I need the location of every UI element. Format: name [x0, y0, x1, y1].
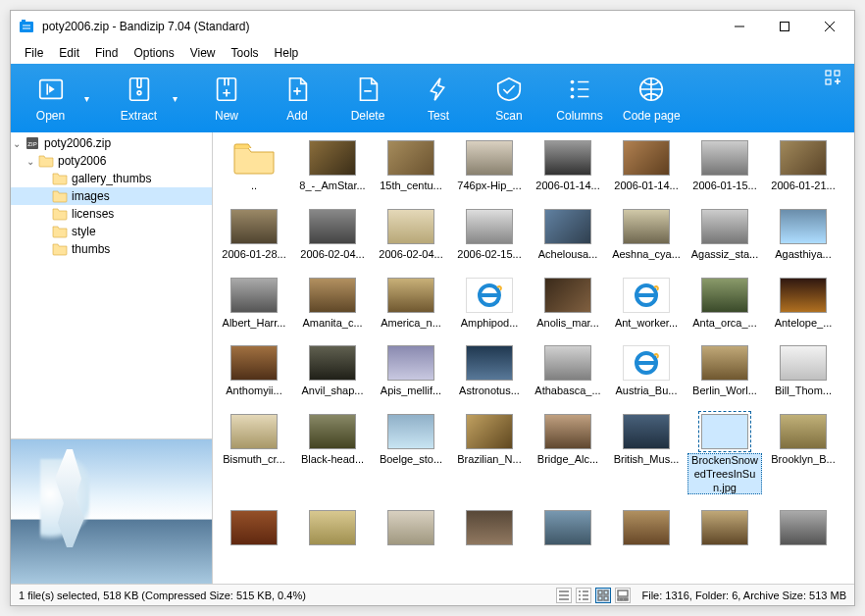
- file-item[interactable]: Ant_worker...: [607, 276, 686, 333]
- tree-item[interactable]: images: [11, 187, 212, 205]
- file-item[interactable]: Achelousa...: [529, 207, 607, 264]
- thumbnail: [701, 510, 748, 545]
- tree-item[interactable]: licenses: [11, 205, 212, 223]
- tree-item-label: gallery_thumbs: [72, 172, 151, 185]
- file-pane[interactable]: ..8_-_AmStar...15th_centu...746px-Hip_..…: [213, 132, 854, 584]
- maximize-button[interactable]: [762, 12, 807, 41]
- file-item[interactable]: Amphipod...: [450, 276, 529, 333]
- tree-item[interactable]: thumbs: [11, 240, 212, 258]
- close-button[interactable]: [807, 12, 852, 41]
- file-item[interactable]: 2006-02-04...: [372, 207, 450, 264]
- file-item[interactable]: [372, 508, 450, 551]
- file-item[interactable]: Agasthiya...: [764, 207, 842, 264]
- file-item[interactable]: Bridge_Alc...: [529, 412, 607, 496]
- menu-file[interactable]: File: [17, 44, 51, 62]
- file-item[interactable]: [607, 508, 686, 551]
- scan-button[interactable]: Scan: [474, 64, 544, 132]
- file-item[interactable]: Anta_orca_...: [686, 276, 764, 333]
- file-item[interactable]: Brooklyn_B...: [764, 412, 842, 496]
- file-item[interactable]: Brazilian_N...: [450, 412, 529, 496]
- file-item[interactable]: Black-head...: [293, 412, 372, 496]
- menu-find[interactable]: Find: [87, 44, 126, 62]
- menu-help[interactable]: Help: [267, 44, 307, 62]
- file-item[interactable]: [450, 508, 529, 551]
- file-item[interactable]: 15th_centu...: [372, 138, 450, 195]
- file-item[interactable]: Athabasca_...: [529, 343, 607, 400]
- menu-edit[interactable]: Edit: [51, 44, 87, 62]
- file-item-label: Ant_worker...: [613, 317, 680, 331]
- file-item[interactable]: Anthomyii...: [215, 343, 293, 400]
- extract-button[interactable]: Extract ▾: [103, 64, 191, 132]
- view-details-icon[interactable]: [576, 588, 591, 603]
- tree-toggle-icon[interactable]: ⌄: [11, 138, 23, 149]
- file-item[interactable]: Berlin_Worl...: [686, 343, 764, 400]
- extract-icon: [124, 74, 155, 105]
- tree-item-label: poty2006: [58, 154, 106, 168]
- file-item[interactable]: Apis_mellif...: [372, 343, 450, 400]
- file-item[interactable]: [686, 508, 764, 551]
- thumbnail: [387, 209, 434, 244]
- file-item[interactable]: 8_-_AmStar...: [293, 138, 372, 195]
- toolbar: Open ▾ Extract ▾ New Add Delete Test: [11, 64, 854, 132]
- file-item[interactable]: Anolis_mar...: [529, 276, 607, 333]
- file-item[interactable]: America_n...: [372, 276, 450, 333]
- open-button[interactable]: Open ▾: [15, 64, 103, 132]
- codepage-button[interactable]: Code page: [615, 64, 688, 132]
- tree-toggle-icon[interactable]: ⌄: [25, 156, 36, 167]
- menu-view[interactable]: View: [182, 44, 224, 62]
- file-item[interactable]: Boelge_sto...: [372, 412, 450, 496]
- test-button[interactable]: Test: [403, 64, 474, 132]
- file-item[interactable]: [764, 508, 842, 551]
- file-item[interactable]: [529, 508, 607, 551]
- file-item[interactable]: Antelope_...: [764, 276, 842, 333]
- minimize-button[interactable]: [717, 12, 762, 41]
- file-item[interactable]: ..: [215, 138, 293, 195]
- tree-item[interactable]: gallery_thumbs: [11, 170, 212, 187]
- columns-button[interactable]: Columns: [544, 64, 615, 132]
- file-item[interactable]: 2006-01-21...: [764, 138, 842, 195]
- svg-rect-23: [618, 590, 628, 596]
- file-item[interactable]: Albert_Harr...: [215, 276, 293, 333]
- add-button[interactable]: Add: [262, 64, 332, 132]
- view-thumbnails-icon[interactable]: [595, 588, 611, 603]
- file-item[interactable]: 2006-01-28...: [215, 207, 293, 264]
- thumbnail: [780, 414, 827, 449]
- toolbar-menu-icon[interactable]: [815, 64, 850, 132]
- file-item[interactable]: 2006-01-14...: [529, 138, 607, 195]
- file-item[interactable]: 2006-02-15...: [450, 207, 529, 264]
- folder-icon: [52, 188, 68, 204]
- tree-item[interactable]: ⌄ZIPpoty2006.zip: [11, 134, 212, 152]
- title-bar: poty2006.zip - Bandizip 7.04 (Standard): [11, 11, 854, 42]
- open-dropdown-icon[interactable]: ▾: [78, 93, 95, 104]
- file-item[interactable]: Agassiz_sta...: [686, 207, 764, 264]
- file-item[interactable]: Bill_Thom...: [764, 343, 842, 400]
- file-item[interactable]: BrockenSnowedTreesInSun.jpg: [686, 412, 764, 496]
- columns-icon: [564, 74, 595, 105]
- extract-dropdown-icon[interactable]: ▾: [167, 93, 183, 104]
- file-item-label: Boelge_sto...: [378, 453, 444, 467]
- file-item[interactable]: 2006-01-14...: [607, 138, 686, 195]
- menu-tools[interactable]: Tools: [224, 44, 267, 62]
- file-item[interactable]: Aeshna_cya...: [607, 207, 686, 264]
- tree-item[interactable]: style: [11, 223, 212, 240]
- file-item[interactable]: Anvil_shap...: [293, 343, 372, 400]
- delete-button[interactable]: Delete: [332, 64, 403, 132]
- view-gallery-icon[interactable]: [615, 588, 631, 603]
- folder-tree[interactable]: ⌄ZIPpoty2006.zip⌄poty2006gallery_thumbsi…: [11, 132, 212, 438]
- file-item[interactable]: Amanita_c...: [293, 276, 372, 333]
- file-item[interactable]: 2006-02-04...: [293, 207, 372, 264]
- menu-options[interactable]: Options: [126, 44, 181, 62]
- file-item[interactable]: Astronotus...: [450, 343, 529, 400]
- file-item[interactable]: 746px-Hip_...: [450, 138, 529, 195]
- thumbnail: [309, 140, 356, 176]
- file-item[interactable]: [215, 508, 293, 551]
- file-item[interactable]: Bismuth_cr...: [215, 412, 293, 496]
- file-item[interactable]: British_Mus...: [607, 412, 686, 496]
- file-item[interactable]: [293, 508, 372, 551]
- file-item[interactable]: Austria_Bu...: [607, 343, 686, 400]
- view-list-icon[interactable]: [556, 588, 572, 603]
- new-button[interactable]: New: [191, 64, 262, 132]
- tree-item[interactable]: ⌄poty2006: [11, 152, 212, 170]
- file-item[interactable]: 2006-01-15...: [686, 138, 764, 195]
- thumbnail: [309, 278, 356, 313]
